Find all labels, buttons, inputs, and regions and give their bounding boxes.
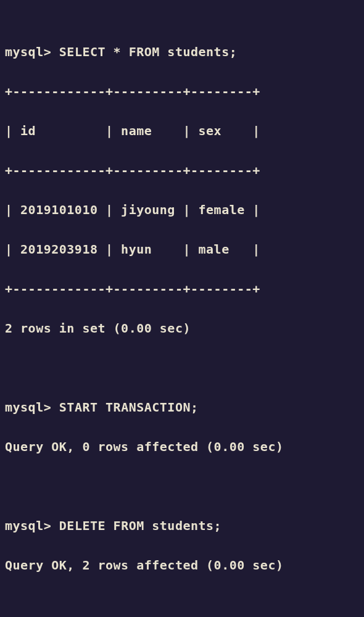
sql-command: SELECT * FROM students;	[59, 44, 237, 59]
query-line: mysql> DELETE FROM students;	[5, 516, 359, 536]
query-line: mysql> SELECT * FROM students;	[5, 42, 359, 62]
sql-command: START TRANSACTION;	[59, 400, 199, 415]
table-row: | 2019101010 | jiyoung | female |	[5, 200, 359, 220]
prompt: mysql>	[5, 44, 51, 59]
result-text: Query OK, 0 rows affected (0.00 sec)	[5, 437, 359, 457]
blank-line	[5, 476, 359, 496]
table-border: +------------+---------+--------+	[5, 160, 359, 180]
prompt: mysql>	[5, 518, 51, 533]
table-row: | 2019203918 | hyun | male |	[5, 239, 359, 259]
table-header: | id | name | sex |	[5, 121, 359, 141]
result-text: 2 rows in set (0.00 sec)	[5, 318, 359, 338]
blank-line	[5, 595, 359, 615]
table-border: +------------+---------+--------+	[5, 279, 359, 299]
result-text: Query OK, 2 rows affected (0.00 sec)	[5, 555, 359, 575]
sql-command: DELETE FROM students;	[59, 518, 221, 533]
table-border: +------------+---------+--------+	[5, 81, 359, 101]
prompt: mysql>	[5, 400, 51, 415]
blank-line	[5, 358, 359, 378]
query-line: mysql> START TRANSACTION;	[5, 397, 359, 417]
